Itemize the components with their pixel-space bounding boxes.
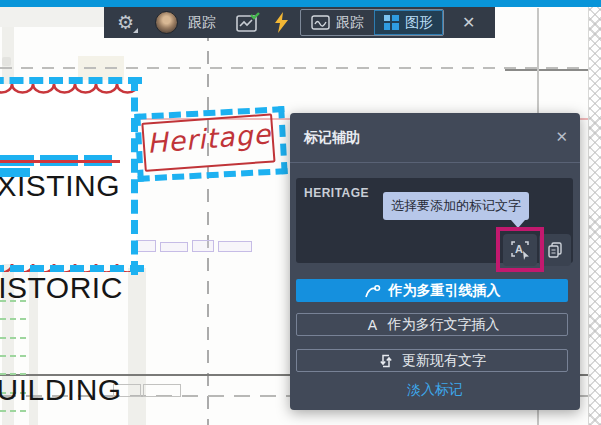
trace-toolbar: ⚙ 跟踪 跟踪 bbox=[104, 7, 495, 38]
strike-highlight bbox=[0, 168, 30, 177]
panel-header: 标记辅助 ✕ bbox=[290, 113, 580, 163]
centerline-horizontal bbox=[0, 67, 592, 69]
browser-accent-strip bbox=[0, 0, 601, 7]
tooltip: 选择要添加的标记文字 bbox=[383, 192, 529, 220]
cad-text-block[interactable]: EXISTING HISTORIC BUILDING N.I.C bbox=[0, 101, 123, 425]
wall-hatch-column bbox=[588, 7, 601, 425]
app-window: EXISTING HISTORIC BUILDING N.I.C Heritag… bbox=[0, 0, 601, 425]
mtext-icon: A bbox=[365, 318, 380, 332]
svg-text:A: A bbox=[515, 243, 523, 255]
select-markup-text-button[interactable]: A bbox=[503, 234, 537, 266]
view-segmented-control: 跟踪 图形 bbox=[300, 9, 444, 36]
panel-close-icon[interactable]: ✕ bbox=[555, 128, 568, 146]
track-user-label: 跟踪 bbox=[188, 14, 216, 32]
svg-text:A: A bbox=[367, 318, 377, 332]
select-text-icon: A bbox=[509, 239, 531, 261]
wave-chart-icon bbox=[311, 15, 330, 30]
cad-rect bbox=[160, 242, 188, 252]
panel-title: 标记辅助 bbox=[304, 129, 360, 147]
tab-drawing[interactable]: 图形 bbox=[374, 10, 443, 35]
heritage-markup[interactable]: Heritage bbox=[134, 106, 287, 182]
grid-icon bbox=[384, 15, 399, 30]
cad-rect bbox=[218, 241, 252, 252]
selection-dash bbox=[0, 77, 142, 84]
copy-text-button[interactable] bbox=[539, 234, 571, 266]
copy-icon bbox=[546, 241, 564, 259]
lightning-icon[interactable] bbox=[275, 12, 288, 33]
tab-track[interactable]: 跟踪 bbox=[301, 10, 374, 35]
cad-shape bbox=[2, 57, 11, 66]
update-icon bbox=[378, 353, 394, 369]
cad-line bbox=[505, 69, 592, 71]
fade-markup-link[interactable]: 淡入标记 bbox=[290, 381, 580, 399]
column-strip bbox=[128, 268, 146, 425]
update-existing-text-button[interactable]: 更新现有文字 bbox=[296, 349, 568, 372]
trace-chart-icon[interactable] bbox=[236, 12, 260, 33]
strike-line bbox=[0, 160, 120, 163]
cad-text-line: HISTORIC bbox=[0, 271, 123, 305]
cad-rect bbox=[143, 384, 181, 397]
gear-icon[interactable]: ⚙ bbox=[117, 13, 134, 32]
recognized-text: HERITAGE bbox=[304, 186, 369, 200]
cad-rect bbox=[192, 240, 214, 252]
markup-assist-panel: 标记辅助 ✕ HERITAGE A 选择要添加的标记文字 bbox=[290, 113, 580, 410]
avatar[interactable] bbox=[155, 11, 178, 34]
sheet-band bbox=[0, 7, 104, 27]
centerline-vertical bbox=[207, 28, 209, 425]
leader-icon bbox=[364, 283, 381, 299]
tooltip-arrow bbox=[511, 220, 525, 228]
cad-text-line: BUILDING bbox=[0, 373, 123, 407]
selection-dash bbox=[0, 265, 144, 272]
toolbar-close-icon[interactable]: ✕ bbox=[462, 13, 475, 32]
insert-mtext-button[interactable]: A 作为多行文字插入 bbox=[296, 313, 568, 336]
insert-multileader-button[interactable]: 作为多重引线插入 bbox=[296, 279, 568, 302]
